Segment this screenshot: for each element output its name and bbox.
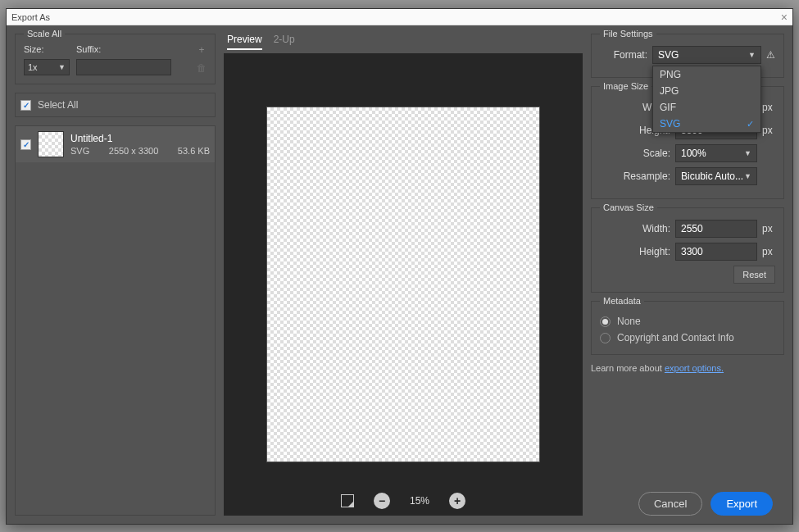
dialog-title: Export As	[11, 12, 50, 22]
file-name: Untitled-1	[70, 133, 210, 144]
format-select[interactable]: SVG ▼	[652, 46, 761, 64]
file-checkbox[interactable]: ✓	[20, 139, 31, 150]
add-scale-icon[interactable]: +	[198, 44, 204, 56]
titlebar: Export As ×	[7, 9, 792, 25]
list-item[interactable]: ✓ Untitled-1 SVG 2550 x 3300 53.6 KB	[16, 126, 215, 162]
zoom-in-button[interactable]: +	[449, 493, 465, 509]
canvas-size-title: Canvas Size	[600, 202, 657, 212]
file-settings-panel: File Settings Format: SVG ▼ PNG JPG GIF …	[591, 34, 784, 78]
suffix-label: Suffix:	[76, 44, 171, 54]
img-resample-label: Resample:	[623, 171, 670, 182]
close-icon[interactable]: ×	[781, 11, 788, 24]
format-option-svg[interactable]: SVG✓	[653, 116, 760, 132]
export-options-link[interactable]: export options.	[665, 363, 724, 373]
file-settings-title: File Settings	[600, 29, 656, 39]
scale-all-title: Scale All	[24, 29, 65, 39]
zoom-level: 15%	[410, 495, 429, 507]
size-label: Size:	[24, 44, 70, 54]
chevron-down-icon: ▼	[58, 63, 66, 71]
file-list: ✓ Untitled-1 SVG 2550 x 3300 53.6 KB	[15, 125, 216, 516]
unit-px: px	[762, 102, 775, 113]
select-all-checkbox[interactable]: ✓	[20, 100, 31, 111]
cv-width-label: Width:	[623, 223, 670, 234]
reset-button[interactable]: Reset	[733, 266, 775, 284]
right-column: File Settings Format: SVG ▼ PNG JPG GIF …	[591, 34, 784, 516]
radio-icon	[600, 333, 611, 343]
select-all-row[interactable]: ✓ Select All	[15, 93, 216, 117]
unit-px: px	[762, 223, 775, 234]
preview-tabs: Preview 2-Up	[224, 34, 583, 53]
cv-height-input[interactable]	[675, 243, 757, 261]
format-option-jpg[interactable]: JPG	[653, 83, 760, 99]
format-label: Format:	[600, 49, 647, 61]
img-scale-label: Scale:	[623, 148, 670, 159]
file-dimensions: 2550 x 3300	[109, 146, 159, 156]
scale-all-panel: Scale All Size: 1x ▼ Suffix: +	[15, 34, 216, 84]
size-select[interactable]: 1x ▼	[24, 59, 70, 75]
learn-more: Learn more about export options.	[591, 363, 784, 373]
file-size: 53.6 KB	[178, 146, 210, 156]
fit-screen-icon[interactable]	[341, 494, 354, 507]
radio-icon	[600, 316, 611, 327]
chevron-down-icon: ▼	[744, 149, 751, 157]
trash-icon: 🗑	[197, 62, 207, 74]
preview-canvas	[266, 107, 540, 462]
warning-icon[interactable]: ⚠	[766, 49, 775, 61]
middle-column: Preview 2-Up − 15% +	[224, 34, 583, 516]
check-icon: ✓	[747, 119, 754, 130]
preview-area: − 15% +	[224, 53, 583, 516]
export-as-dialog: Export As × Scale All Size: 1x ▼ Suffix:	[6, 8, 793, 525]
img-scale-select[interactable]: 100% ▼	[675, 144, 757, 162]
metadata-copyright-radio[interactable]: Copyright and Contact Info	[600, 330, 775, 346]
unit-px: px	[762, 125, 775, 136]
preview-toolbar: − 15% +	[341, 493, 465, 509]
zoom-out-button[interactable]: −	[374, 493, 390, 509]
cancel-button[interactable]: Cancel	[638, 492, 702, 516]
chevron-down-icon: ▼	[744, 172, 751, 180]
select-all-label: Select All	[38, 99, 78, 111]
metadata-none-radio[interactable]: None	[600, 313, 775, 330]
format-option-gif[interactable]: GIF	[653, 99, 760, 116]
left-column: Scale All Size: 1x ▼ Suffix: +	[15, 34, 216, 516]
export-button[interactable]: Export	[710, 492, 773, 516]
cv-height-label: Height:	[623, 246, 670, 257]
file-format: SVG	[70, 146, 89, 156]
dialog-footer: Cancel Export	[591, 485, 784, 516]
suffix-input[interactable]	[76, 59, 171, 75]
chevron-down-icon: ▼	[748, 51, 756, 59]
metadata-title: Metadata	[600, 296, 644, 306]
img-resample-select[interactable]: Bicubic Auto... ▼	[675, 167, 757, 185]
canvas-size-panel: Canvas Size Width: px Height: px Reset	[591, 207, 784, 293]
tab-preview[interactable]: Preview	[227, 34, 262, 50]
image-size-title: Image Size	[600, 81, 651, 91]
unit-px: px	[762, 246, 775, 257]
file-thumbnail	[38, 131, 64, 157]
cv-width-input[interactable]	[675, 220, 757, 238]
format-option-png[interactable]: PNG	[653, 66, 760, 83]
format-dropdown-list: PNG JPG GIF SVG✓	[652, 66, 761, 133]
tab-2up[interactable]: 2-Up	[274, 34, 295, 50]
metadata-panel: Metadata None Copyright and Contact Info	[591, 301, 784, 355]
